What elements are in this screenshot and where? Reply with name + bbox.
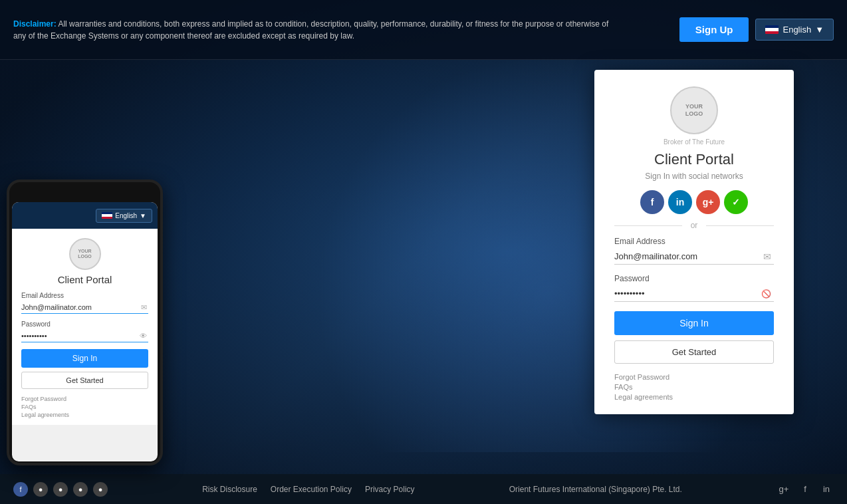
card-subtitle: Sign In with social networks xyxy=(614,172,774,181)
footer-social-icons: f ● ● ● ● xyxy=(13,482,108,497)
footer-company-name: Orient Futures International (Singapore)… xyxy=(509,485,682,494)
footer-icon-4[interactable]: ● xyxy=(93,482,108,497)
phone-email-label: Email Address xyxy=(21,292,148,299)
footer: f ● ● ● ● Risk Disclosure Order Executio… xyxy=(0,474,847,504)
email-label: Email Address xyxy=(614,237,774,246)
card-title: Client Portal xyxy=(614,151,774,168)
phone-mockup: English ▼ YOUR LOGO Client Portal Email … xyxy=(7,180,163,465)
email-input[interactable] xyxy=(614,249,774,265)
footer-linkedin-icon[interactable]: in xyxy=(819,482,834,497)
phone-signin-button[interactable]: Sign In xyxy=(21,349,148,368)
phone-screen: English ▼ YOUR LOGO Client Portal Email … xyxy=(12,202,158,461)
password-toggle-icon[interactable]: 🚫 xyxy=(761,289,771,299)
card-links: Forgot Password FAQs Legal agreements xyxy=(614,373,774,401)
phone-password-toggle-icon[interactable]: 👁 xyxy=(140,332,147,340)
phone-legal-link[interactable]: Legal agreements xyxy=(21,412,148,418)
phone-logo-circle: YOUR LOGO xyxy=(69,238,101,270)
footer-links: Risk Disclosure Order Execution Policy P… xyxy=(202,485,414,494)
faq-link[interactable]: FAQs xyxy=(614,383,774,391)
top-bar: Disclaimer: All warranties and condition… xyxy=(0,0,847,60)
login-card: YOUR LOGO Broker of The Future Client Po… xyxy=(594,70,794,414)
footer-icon-2[interactable]: ● xyxy=(53,482,68,497)
phone-password-input[interactable] xyxy=(21,330,148,342)
privacy-policy-link[interactable]: Privacy Policy xyxy=(365,485,415,494)
phone-flag-icon xyxy=(102,212,112,219)
signup-button[interactable]: Sign Up xyxy=(679,17,749,42)
or-text: or xyxy=(687,221,701,230)
phone-language-selector[interactable]: English ▼ xyxy=(96,209,152,223)
risk-disclosure-link[interactable]: Risk Disclosure xyxy=(202,485,257,494)
flag-icon-top xyxy=(765,25,779,34)
or-divider: or xyxy=(614,221,774,230)
footer-icon-1[interactable]: ● xyxy=(33,482,48,497)
disclaimer-body: All warranties and conditions, both expr… xyxy=(13,19,608,41)
phone-password-label: Password xyxy=(21,320,148,328)
password-label: Password xyxy=(614,274,774,283)
phone-topbar: English ▼ xyxy=(12,202,158,229)
social-icons-row: f in g+ ✓ xyxy=(614,190,774,214)
language-selector-top[interactable]: English ▼ xyxy=(755,19,834,41)
card-tagline: Broker of The Future xyxy=(614,138,774,146)
footer-icon-3[interactable]: ● xyxy=(73,482,88,497)
phone-links: Forgot Password FAQs Legal agreements xyxy=(21,396,148,418)
divider-right xyxy=(706,225,774,226)
googleplus-login-button[interactable]: g+ xyxy=(696,190,720,214)
phone-email-field-wrapper: ✉ xyxy=(21,301,148,314)
phone-password-field-wrapper: 👁 xyxy=(21,329,148,342)
phone-language-arrow: ▼ xyxy=(140,212,146,219)
password-field-wrapper: 🚫 xyxy=(614,286,774,302)
phone-getstarted-button[interactable]: Get Started xyxy=(21,372,148,389)
language-label-top: English xyxy=(783,25,811,35)
phone-content: YOUR LOGO Client Portal Email Address ✉ … xyxy=(12,229,158,425)
top-bar-right: Sign Up English ▼ xyxy=(679,17,834,42)
legal-link[interactable]: Legal agreements xyxy=(614,393,774,401)
footer-right-social: g+ f in xyxy=(777,482,834,497)
order-execution-link[interactable]: Order Execution Policy xyxy=(271,485,352,494)
language-arrow-top: ▼ xyxy=(815,25,824,35)
phone-logo-text: YOUR LOGO xyxy=(78,249,92,260)
phone-logo-area: YOUR LOGO xyxy=(21,238,148,270)
disclaimer-label: Disclaimer: xyxy=(13,19,57,29)
email-icon: ✉ xyxy=(763,251,771,262)
facebook-login-button[interactable]: f xyxy=(640,190,664,214)
card-logo-area: YOUR LOGO Broker of The Future xyxy=(614,86,774,146)
divider-left xyxy=(614,225,682,226)
card-logo-text: YOUR LOGO xyxy=(685,103,703,118)
forgot-password-link[interactable]: Forgot Password xyxy=(614,373,774,381)
disclaimer: Disclaimer: All warranties and condition… xyxy=(13,18,612,42)
phone-forgot-password-link[interactable]: Forgot Password xyxy=(21,396,148,402)
card-logo-circle: YOUR LOGO xyxy=(670,86,718,134)
password-input[interactable] xyxy=(614,286,774,302)
signin-button[interactable]: Sign In xyxy=(614,311,774,335)
footer-googleplus-icon[interactable]: g+ xyxy=(777,482,791,497)
footer-facebook-icon[interactable]: f xyxy=(13,482,28,497)
wechat-login-button[interactable]: ✓ xyxy=(724,190,748,214)
phone-faq-link[interactable]: FAQs xyxy=(21,404,148,410)
phone-language-label: English xyxy=(115,212,137,219)
phone-email-icon: ✉ xyxy=(141,303,147,312)
email-field-wrapper: ✉ xyxy=(614,249,774,265)
linkedin-login-button[interactable]: in xyxy=(668,190,692,214)
phone-email-input[interactable] xyxy=(21,301,148,314)
footer-facebook-right-icon[interactable]: f xyxy=(798,482,812,497)
phone-portal-title: Client Portal xyxy=(21,274,148,285)
getstarted-button[interactable]: Get Started xyxy=(614,340,774,364)
